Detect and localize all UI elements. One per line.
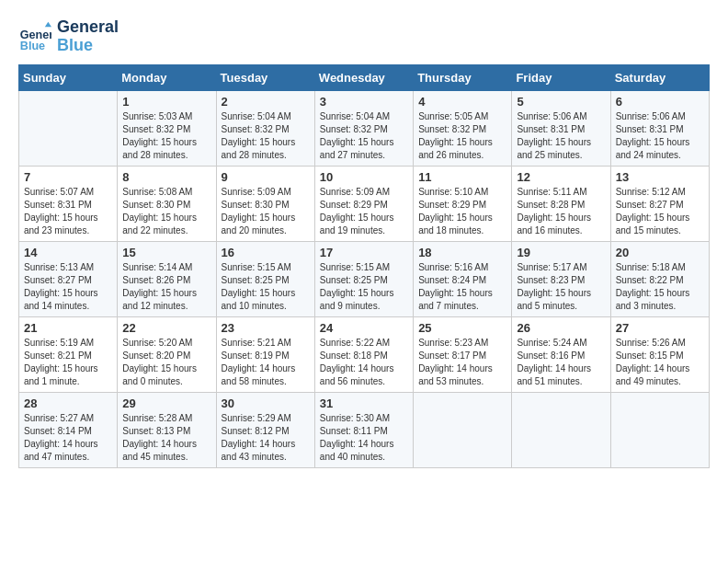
svg-marker-2: [45, 22, 51, 27]
day-number: 10: [320, 170, 408, 184]
day-number: 27: [616, 321, 704, 335]
day-number: 20: [616, 246, 704, 259]
day-cell: 21Sunrise: 5:19 AM Sunset: 8:21 PM Dayli…: [19, 316, 118, 392]
day-number: 15: [122, 246, 210, 259]
day-cell: 5Sunrise: 5:06 AM Sunset: 8:31 PM Daylig…: [512, 90, 610, 166]
day-number: 25: [418, 321, 506, 335]
header-thursday: Thursday: [414, 64, 512, 90]
day-content: Sunrise: 5:19 AM Sunset: 8:21 PM Dayligh…: [24, 337, 112, 388]
day-number: 13: [616, 170, 704, 184]
day-content: Sunrise: 5:28 AM Sunset: 8:13 PM Dayligh…: [122, 412, 210, 464]
day-cell: 25Sunrise: 5:23 AM Sunset: 8:17 PM Dayli…: [414, 316, 512, 392]
day-content: Sunrise: 5:30 AM Sunset: 8:11 PM Dayligh…: [320, 412, 408, 464]
day-number: 14: [24, 246, 112, 259]
day-cell: 28Sunrise: 5:27 AM Sunset: 8:14 PM Dayli…: [19, 392, 118, 467]
day-cell: 29Sunrise: 5:28 AM Sunset: 8:13 PM Dayli…: [118, 392, 216, 467]
week-row-2: 7Sunrise: 5:07 AM Sunset: 8:31 PM Daylig…: [19, 166, 710, 241]
day-number: 29: [122, 396, 210, 410]
day-content: Sunrise: 5:04 AM Sunset: 8:32 PM Dayligh…: [320, 110, 408, 162]
day-cell: 13Sunrise: 5:12 AM Sunset: 8:27 PM Dayli…: [610, 166, 709, 241]
day-content: Sunrise: 5:14 AM Sunset: 8:26 PM Dayligh…: [122, 261, 210, 313]
day-cell: 16Sunrise: 5:15 AM Sunset: 8:25 PM Dayli…: [216, 241, 314, 316]
day-cell: 24Sunrise: 5:22 AM Sunset: 8:18 PM Dayli…: [314, 316, 413, 392]
day-number: 5: [517, 95, 605, 109]
day-cell: [610, 392, 709, 467]
day-number: 8: [122, 170, 210, 184]
calendar-table: SundayMondayTuesdayWednesdayThursdayFrid…: [18, 64, 710, 468]
day-content: Sunrise: 5:16 AM Sunset: 8:24 PM Dayligh…: [418, 261, 506, 313]
day-cell: 7Sunrise: 5:07 AM Sunset: 8:31 PM Daylig…: [19, 166, 118, 241]
day-number: 22: [122, 321, 210, 335]
svg-text:Blue: Blue: [20, 40, 45, 52]
day-number: 24: [320, 321, 408, 335]
day-cell: [512, 392, 610, 467]
day-number: 3: [320, 95, 408, 109]
day-content: Sunrise: 5:08 AM Sunset: 8:30 PM Dayligh…: [122, 186, 210, 237]
day-cell: 27Sunrise: 5:26 AM Sunset: 8:15 PM Dayli…: [610, 316, 709, 392]
day-cell: 2Sunrise: 5:04 AM Sunset: 8:32 PM Daylig…: [216, 90, 314, 166]
day-cell: [19, 90, 118, 166]
week-row-1: 1Sunrise: 5:03 AM Sunset: 8:32 PM Daylig…: [19, 90, 710, 166]
day-cell: 18Sunrise: 5:16 AM Sunset: 8:24 PM Dayli…: [414, 241, 512, 316]
day-number: 16: [222, 246, 310, 259]
day-cell: 30Sunrise: 5:29 AM Sunset: 8:12 PM Dayli…: [216, 392, 314, 467]
day-content: Sunrise: 5:15 AM Sunset: 8:25 PM Dayligh…: [320, 261, 408, 313]
week-row-3: 14Sunrise: 5:13 AM Sunset: 8:27 PM Dayli…: [19, 241, 710, 316]
day-cell: 19Sunrise: 5:17 AM Sunset: 8:23 PM Dayli…: [512, 241, 610, 316]
header-wednesday: Wednesday: [314, 64, 413, 90]
day-cell: 11Sunrise: 5:10 AM Sunset: 8:29 PM Dayli…: [414, 166, 512, 241]
header-tuesday: Tuesday: [216, 64, 314, 90]
logo-text: General Blue: [57, 18, 119, 55]
day-number: 7: [24, 170, 112, 184]
day-number: 17: [320, 246, 408, 259]
day-content: Sunrise: 5:27 AM Sunset: 8:14 PM Dayligh…: [24, 412, 112, 464]
day-content: Sunrise: 5:07 AM Sunset: 8:31 PM Dayligh…: [24, 186, 112, 237]
day-cell: 22Sunrise: 5:20 AM Sunset: 8:20 PM Dayli…: [118, 316, 216, 392]
day-content: Sunrise: 5:26 AM Sunset: 8:15 PM Dayligh…: [616, 337, 704, 388]
day-number: 4: [418, 95, 506, 109]
day-content: Sunrise: 5:18 AM Sunset: 8:22 PM Dayligh…: [616, 261, 704, 313]
day-content: Sunrise: 5:03 AM Sunset: 8:32 PM Dayligh…: [122, 110, 210, 162]
day-content: Sunrise: 5:11 AM Sunset: 8:28 PM Dayligh…: [517, 186, 605, 237]
day-content: Sunrise: 5:06 AM Sunset: 8:31 PM Dayligh…: [616, 110, 704, 162]
day-content: Sunrise: 5:22 AM Sunset: 8:18 PM Dayligh…: [320, 337, 408, 388]
day-content: Sunrise: 5:09 AM Sunset: 8:29 PM Dayligh…: [320, 186, 408, 237]
header-sunday: Sunday: [19, 64, 118, 90]
day-content: Sunrise: 5:21 AM Sunset: 8:19 PM Dayligh…: [222, 337, 310, 388]
day-content: Sunrise: 5:20 AM Sunset: 8:20 PM Dayligh…: [122, 337, 210, 388]
day-cell: 14Sunrise: 5:13 AM Sunset: 8:27 PM Dayli…: [19, 241, 118, 316]
day-content: Sunrise: 5:04 AM Sunset: 8:32 PM Dayligh…: [222, 110, 310, 162]
day-cell: [414, 392, 512, 467]
day-cell: 6Sunrise: 5:06 AM Sunset: 8:31 PM Daylig…: [610, 90, 709, 166]
day-content: Sunrise: 5:29 AM Sunset: 8:12 PM Dayligh…: [222, 412, 310, 464]
day-cell: 26Sunrise: 5:24 AM Sunset: 8:16 PM Dayli…: [512, 316, 610, 392]
day-content: Sunrise: 5:12 AM Sunset: 8:27 PM Dayligh…: [616, 186, 704, 237]
day-content: Sunrise: 5:06 AM Sunset: 8:31 PM Dayligh…: [517, 110, 605, 162]
day-cell: 12Sunrise: 5:11 AM Sunset: 8:28 PM Dayli…: [512, 166, 610, 241]
logo-icon: General Blue: [18, 20, 51, 53]
day-cell: 3Sunrise: 5:04 AM Sunset: 8:32 PM Daylig…: [314, 90, 413, 166]
page-header: General Blue General Blue: [18, 18, 710, 55]
day-number: 31: [320, 396, 408, 410]
logo: General Blue General Blue: [18, 18, 119, 55]
day-number: 6: [616, 95, 704, 109]
day-number: 23: [222, 321, 310, 335]
day-cell: 20Sunrise: 5:18 AM Sunset: 8:22 PM Dayli…: [610, 241, 709, 316]
day-content: Sunrise: 5:15 AM Sunset: 8:25 PM Dayligh…: [222, 261, 310, 313]
week-row-5: 28Sunrise: 5:27 AM Sunset: 8:14 PM Dayli…: [19, 392, 710, 467]
day-content: Sunrise: 5:17 AM Sunset: 8:23 PM Dayligh…: [517, 261, 605, 313]
day-cell: 9Sunrise: 5:09 AM Sunset: 8:30 PM Daylig…: [216, 166, 314, 241]
day-content: Sunrise: 5:23 AM Sunset: 8:17 PM Dayligh…: [418, 337, 506, 388]
header-friday: Friday: [512, 64, 610, 90]
day-content: Sunrise: 5:09 AM Sunset: 8:30 PM Dayligh…: [222, 186, 310, 237]
day-number: 28: [24, 396, 112, 410]
header-monday: Monday: [118, 64, 216, 90]
day-content: Sunrise: 5:10 AM Sunset: 8:29 PM Dayligh…: [418, 186, 506, 237]
day-number: 30: [222, 396, 310, 410]
day-content: Sunrise: 5:24 AM Sunset: 8:16 PM Dayligh…: [517, 337, 605, 388]
day-cell: 4Sunrise: 5:05 AM Sunset: 8:32 PM Daylig…: [414, 90, 512, 166]
day-number: 18: [418, 246, 506, 259]
week-row-4: 21Sunrise: 5:19 AM Sunset: 8:21 PM Dayli…: [19, 316, 710, 392]
day-cell: 1Sunrise: 5:03 AM Sunset: 8:32 PM Daylig…: [118, 90, 216, 166]
day-number: 19: [517, 246, 605, 259]
